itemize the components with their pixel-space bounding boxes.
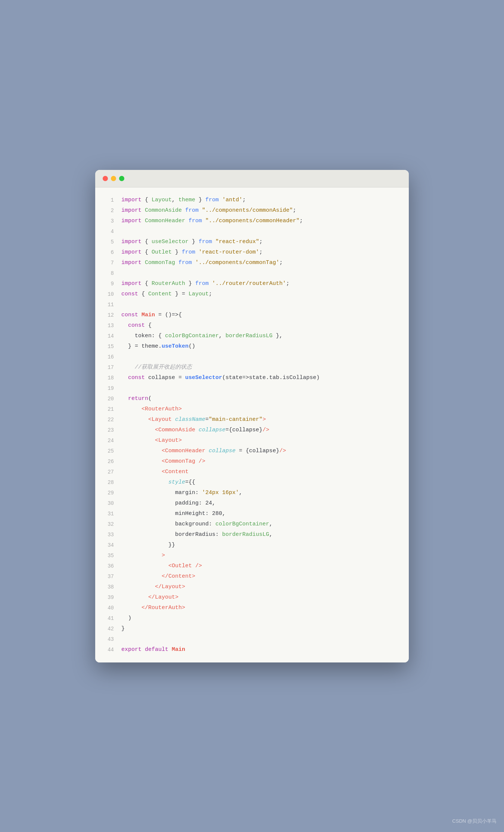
token-jsx-comp: Content	[165, 469, 189, 475]
token-jsx-comp: Content	[168, 573, 192, 580]
token-dark: },	[273, 333, 283, 339]
token-green: Layout	[152, 197, 172, 203]
code-line: 6import { Outlet } from 'react-router-do…	[95, 247, 409, 258]
line-number: 3	[103, 216, 114, 226]
line-content: </Layout>	[121, 582, 401, 592]
line-number: 21	[103, 404, 114, 415]
token-dark: {	[141, 249, 152, 255]
token-dark	[185, 218, 189, 224]
code-line: 28 style={{	[95, 477, 409, 488]
line-content: style={{	[121, 477, 401, 488]
line-content: <RouterAuth>	[121, 404, 401, 415]
token-tag: >	[178, 406, 182, 412]
token-dark	[195, 249, 199, 255]
line-number: 6	[103, 247, 114, 258]
token-dark	[121, 605, 141, 611]
line-number: 31	[103, 509, 114, 519]
line-number: 35	[103, 550, 114, 561]
window-titlebar	[95, 170, 409, 187]
token-dark: {	[138, 291, 148, 297]
token-dark	[121, 573, 162, 580]
token-olive: "main-cantainer"	[209, 416, 262, 423]
token-tag: >	[162, 552, 165, 559]
token-tag: />	[195, 563, 202, 569]
code-line: 8	[95, 268, 409, 279]
token-dark	[175, 260, 178, 266]
token-tag: />	[262, 427, 269, 433]
token-dark: {	[141, 239, 152, 245]
line-number: 26	[103, 456, 114, 467]
token-tag: >	[262, 416, 266, 423]
token-dark	[195, 458, 199, 465]
token-dark	[121, 375, 128, 381]
token-dark: ;	[279, 260, 283, 266]
code-line: 14 token: { colorBgContainer, borderRadi…	[95, 331, 409, 341]
line-content: }}	[121, 540, 401, 550]
code-line: 27 <Content	[95, 467, 409, 477]
token-keyword: return	[128, 395, 148, 402]
token-keyword: const	[121, 291, 138, 297]
token-attr-italic: collapse	[209, 448, 236, 454]
token-dark	[121, 479, 168, 485]
line-content: <CommonHeader collapse = {collapse}/>	[121, 446, 401, 456]
token-jsx-comp: RouterAuth	[148, 605, 182, 611]
line-number: 9	[103, 279, 114, 289]
token-green: colorBgContainer	[165, 333, 219, 339]
token-dark	[121, 437, 155, 444]
token-dark	[121, 364, 135, 370]
token-green: colorBgContainer	[215, 521, 269, 527]
token-dark	[219, 197, 222, 203]
token-olive: "react-redux"	[215, 239, 259, 245]
line-content: <Content	[121, 467, 401, 477]
token-dark: )	[121, 615, 131, 621]
code-line: 3import CommonHeader from "../components…	[95, 216, 409, 226]
token-dark	[121, 416, 148, 423]
line-number: 10	[103, 289, 114, 299]
code-line: 13 const {	[95, 320, 409, 331]
token-dark: margin:	[121, 490, 202, 496]
token-dark	[121, 594, 148, 600]
token-dark: padding: 24,	[121, 500, 215, 506]
token-olive: '24px 16px'	[202, 490, 239, 496]
token-olive: 'antd'	[222, 197, 242, 203]
minimize-button[interactable]	[111, 176, 116, 181]
token-keyword: import	[121, 249, 141, 255]
token-dark: }	[189, 239, 199, 245]
token-dark	[121, 458, 162, 465]
token-blue: from	[189, 218, 202, 224]
line-number: 36	[103, 561, 114, 571]
token-jsx-comp: CommonHeader	[165, 448, 205, 454]
token-dark: ,	[269, 531, 273, 538]
token-dark: } =	[172, 291, 189, 297]
line-number: 16	[103, 352, 114, 362]
line-content: import CommonAside from "../components/c…	[121, 205, 401, 216]
token-tag: <	[155, 437, 158, 444]
line-content: import { RouterAuth } from '../router/ro…	[121, 279, 401, 289]
token-keyword: import	[121, 239, 141, 245]
token-keyword: import	[121, 207, 141, 214]
line-number: 2	[103, 205, 114, 216]
line-number: 19	[103, 383, 114, 394]
token-green: theme	[178, 197, 195, 203]
line-content: )	[121, 613, 401, 624]
token-olive: '../router/routerAuth'	[212, 280, 286, 287]
token-dark	[121, 427, 155, 433]
token-olive: '../components/commonTag'	[195, 260, 279, 266]
close-button[interactable]	[103, 176, 108, 181]
token-green: CommonTag	[145, 260, 175, 266]
token-dark: = {collapse}	[236, 448, 279, 454]
line-content: export default Main	[121, 645, 401, 655]
token-tag: <	[162, 448, 165, 454]
line-number: 25	[103, 446, 114, 456]
token-dark	[202, 218, 205, 224]
line-content: margin: '24px 16px',	[121, 488, 401, 498]
token-jsx-comp: Layout	[162, 584, 182, 590]
token-dark: minHeight: 280,	[121, 510, 225, 517]
line-content: const {	[121, 320, 401, 331]
token-dark: ,	[172, 197, 178, 203]
token-blue: from	[182, 249, 195, 255]
token-tag: >	[175, 594, 178, 600]
maximize-button[interactable]	[119, 176, 124, 181]
token-dark: ;	[259, 239, 262, 245]
token-tag: <	[148, 416, 152, 423]
